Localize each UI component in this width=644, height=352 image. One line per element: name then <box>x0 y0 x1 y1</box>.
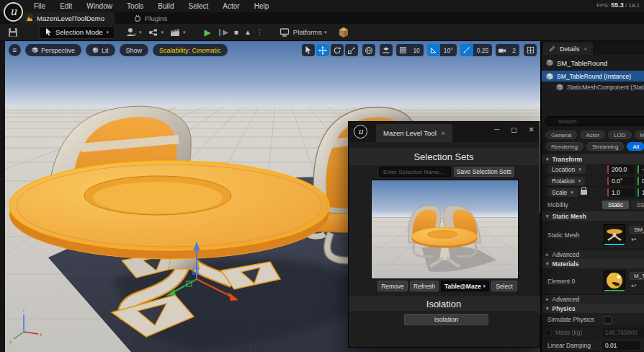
tool-window-titlebar[interactable]: u Mazen Level Tool × ─ ◻ ✕ <box>349 122 539 142</box>
add-actor-button[interactable]: + ▾ <box>122 25 145 40</box>
menu-help[interactable]: Help <box>248 1 276 12</box>
close-icon[interactable]: ✕ <box>529 126 535 133</box>
advanced-expander-2[interactable]: ▸ Advanced <box>542 295 644 304</box>
unreal-logo-icon[interactable]: u <box>4 2 23 22</box>
transform-section-header[interactable]: ▾ Transform <box>542 154 644 164</box>
advanced-expander-1[interactable]: ▸ Advanced <box>542 250 644 259</box>
material-thumbnail[interactable] <box>604 270 625 292</box>
scale-tool-button[interactable] <box>345 44 358 56</box>
maximize-icon[interactable]: ◻ <box>511 126 516 133</box>
remove-button[interactable]: Remove <box>377 281 408 291</box>
perspective-dropdown[interactable]: Perspective <box>25 44 81 56</box>
filter-all[interactable]: All <box>627 142 644 151</box>
tree-row-component[interactable]: StaticMeshComponent (Static <box>542 82 644 92</box>
scale-y-field[interactable]: 1.0 <box>638 188 644 197</box>
viewport-menu-icon[interactable]: ≡ <box>9 44 21 56</box>
scale-type-dropdown[interactable]: Scale▾ <box>547 188 578 197</box>
eject-button[interactable]: ▲ <box>244 29 251 36</box>
blueprints-button[interactable]: ▾ <box>145 25 167 40</box>
tool-cube-icon[interactable] <box>338 27 349 38</box>
static-mesh-section-header[interactable]: ▾ Static Mesh <box>542 211 644 221</box>
menu-build[interactable]: Build <box>151 1 180 12</box>
mobility-stationary-option[interactable]: Stationary <box>631 201 644 209</box>
materials-section-header[interactable]: ▾ Materials <box>542 259 644 268</box>
menu-edit[interactable]: Edit <box>53 1 79 12</box>
isolation-button[interactable]: Isolation <box>404 314 488 325</box>
grid-snap-button[interactable] <box>396 44 409 56</box>
scalability-warning[interactable]: Scalability: Cinematic <box>153 44 228 56</box>
rotate-tool-button[interactable] <box>331 44 344 56</box>
play-button[interactable]: ▶ <box>205 28 211 37</box>
chevron-down-icon: ▾ <box>161 30 164 35</box>
tab-level[interactable]: MazenLevelToolDemo <box>20 12 115 24</box>
tab-close-icon[interactable]: × <box>584 45 588 52</box>
mobility-static-option[interactable]: Static <box>602 201 629 209</box>
scale-snap-button[interactable] <box>460 44 473 56</box>
physics-section-header[interactable]: ▾ Physics <box>542 304 644 313</box>
show-dropdown[interactable]: Show <box>120 44 149 56</box>
use-selected-asset-icon[interactable]: ↩ <box>631 283 637 289</box>
move-tool-icon <box>318 46 327 55</box>
camera-speed-value[interactable]: 2 <box>509 44 519 56</box>
select-button[interactable]: Select <box>491 281 517 291</box>
save-selection-sets-button[interactable]: Save Selection Sets <box>454 167 514 177</box>
menu-tools[interactable]: Tools <box>120 1 150 12</box>
maximize-viewport-button[interactable] <box>524 44 537 56</box>
rotation-type-dropdown[interactable]: Rotation▾ <box>547 177 585 185</box>
filter-actor[interactable]: Actor <box>580 131 605 139</box>
filter-rendering[interactable]: Rendering <box>545 142 583 151</box>
location-y-field[interactable]: -320.0 <box>638 165 644 174</box>
linear-damping-field[interactable]: 0.01 <box>602 341 640 350</box>
selection-set-dropdown[interactable]: Table@Maze ▾ <box>441 281 489 291</box>
cinematics-button[interactable]: ▾ <box>166 25 189 40</box>
location-x-field[interactable]: 200.0 <box>607 165 635 174</box>
tab-close-icon[interactable]: × <box>442 130 445 137</box>
selection-mode-dropdown[interactable]: Selection Mode ▾ <box>39 26 115 39</box>
scale-row: Scale▾ 1.0 1.0 <box>542 187 644 198</box>
frame-skip-button[interactable]: ❙▶ <box>217 29 228 36</box>
mass-value-field: 145.765806 <box>602 328 644 337</box>
filter-lod[interactable]: LOD <box>608 131 631 139</box>
play-options-icon[interactable]: ⋮ <box>256 27 264 37</box>
save-icon[interactable] <box>7 27 19 38</box>
menu-actor[interactable]: Actor <box>216 1 246 12</box>
tree-row-instance[interactable]: SM_TableRound (Instance) <box>542 71 644 82</box>
surface-snap-button[interactable] <box>380 44 393 56</box>
menu-select[interactable]: Select <box>182 1 215 12</box>
rotation-y-field[interactable]: 0.0° <box>638 177 644 185</box>
rotation-x-field[interactable]: 0.0° <box>607 177 635 185</box>
world-space-button[interactable] <box>362 44 375 56</box>
camera-speed-button[interactable] <box>496 44 509 56</box>
stop-button[interactable]: ■ <box>234 29 238 36</box>
material-asset-chip[interactable]: M_T <box>630 272 644 280</box>
move-tool-button[interactable] <box>316 44 329 56</box>
static-mesh-thumbnail[interactable] <box>604 224 625 246</box>
location-type-dropdown[interactable]: Location▾ <box>547 165 586 174</box>
filter-streaming[interactable]: Streaming <box>586 142 624 151</box>
scale-lock-icon[interactable] <box>581 190 587 195</box>
filter-general[interactable]: General <box>545 131 577 139</box>
lit-dropdown[interactable]: Lit <box>86 44 115 56</box>
mass-override-checkbox[interactable] <box>545 330 552 336</box>
angle-snap-button[interactable] <box>427 44 440 56</box>
simulate-physics-checkbox[interactable] <box>604 316 612 324</box>
use-selected-asset-icon[interactable]: ↩ <box>631 237 637 243</box>
angle-snap-value[interactable]: 10° <box>440 44 457 56</box>
scale-x-field[interactable]: 1.0 <box>607 188 635 197</box>
details-search-input[interactable] <box>545 116 644 126</box>
static-mesh-asset-chip[interactable]: SM_T <box>630 226 644 234</box>
tab-plugins[interactable]: Plugins <box>128 12 177 24</box>
scale-snap-value[interactable]: 0.25 <box>473 44 493 56</box>
filter-misc[interactable]: Misc <box>635 131 644 139</box>
actor-name: SM_TableRound <box>557 59 607 67</box>
selection-name-input[interactable] <box>379 167 451 177</box>
menu-window[interactable]: Window <box>80 1 119 12</box>
grid-snap-value[interactable]: 10 <box>409 44 423 56</box>
minimize-icon[interactable]: ─ <box>494 126 499 133</box>
select-tool-button[interactable] <box>302 44 315 56</box>
refresh-button[interactable]: Refresh <box>410 281 439 291</box>
menu-file[interactable]: File <box>27 1 52 12</box>
details-tab[interactable]: Details × <box>543 43 593 55</box>
platforms-dropdown[interactable]: Platforms ▾ <box>277 25 330 40</box>
tool-window-tab[interactable]: Mazen Level Tool × <box>376 124 452 142</box>
